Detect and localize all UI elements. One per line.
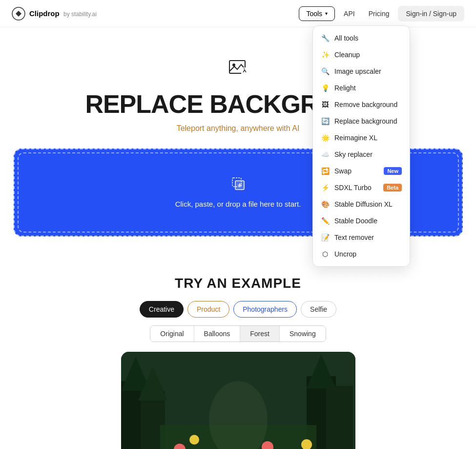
category-tabs: Creative Product Photographers Selfie [140, 301, 336, 318]
swap-icon: 🔁 [321, 167, 330, 175]
svg-point-2 [232, 64, 235, 66]
image-upscaler-label: Image upscaler [334, 67, 381, 75]
uncrop-label: Uncrop [334, 250, 356, 258]
dropdown-item-sky-replacer[interactable]: ☁️Sky replacer [313, 146, 410, 163]
dropdown-item-replace-background[interactable]: 🔄Replace background [313, 113, 410, 129]
all-tools-icon: 🔧 [321, 34, 330, 43]
tab-product[interactable]: Product [187, 301, 229, 318]
dropdown-item-uncrop[interactable]: ⬡Uncrop [313, 246, 410, 262]
cleanup-icon: ✨ [321, 50, 330, 59]
tab-photographers[interactable]: Photographers [233, 301, 297, 318]
upload-icon [231, 177, 245, 194]
replace-background-label: Replace background [334, 117, 397, 125]
api-button[interactable]: API [339, 7, 360, 21]
remove-background-label: Remove background [334, 101, 397, 108]
sky-replacer-icon: ☁️ [321, 150, 330, 159]
reimagine-xl-label: Reimagine XL [334, 134, 377, 142]
scene-balloons[interactable]: Balloons [194, 326, 241, 342]
dropdown-item-sdxl-turbo[interactable]: ⚡SDXL TurboBeta [313, 179, 410, 196]
dropdown-item-text-remover[interactable]: 📝Text remover [313, 229, 410, 246]
tools-button[interactable]: Tools ▾ [299, 6, 335, 21]
tools-label: Tools [306, 10, 322, 18]
svg-rect-16 [326, 386, 353, 449]
nav-right: Tools ▾ API Pricing Sign-in / Sign-up [299, 6, 464, 21]
uncrop-icon: ⬡ [321, 250, 330, 258]
stable-doodle-label: Stable Doodle [334, 217, 377, 225]
sdxl-turbo-icon: ⚡ [321, 183, 330, 192]
logo-area: Clipdrop by stability.ai [12, 7, 97, 21]
image-upscaler-icon: 🔍 [321, 67, 330, 76]
stable-doodle-icon: ✏️ [321, 216, 330, 225]
replace-background-icon: 🔄 [321, 117, 330, 126]
sky-replacer-label: Sky replacer [334, 150, 373, 158]
dropdown-item-remove-background[interactable]: 🖼Remove background [313, 96, 410, 113]
scene-original[interactable]: Original [150, 326, 194, 342]
dropdown-item-stable-diffusion-xl[interactable]: 🎨Stable Diffusion XL [313, 196, 410, 213]
logo-icon [12, 7, 25, 21]
dropdown-item-cleanup[interactable]: ✨Cleanup [313, 46, 410, 63]
svg-point-19 [189, 435, 199, 445]
dropdown-item-reimagine-xl[interactable]: 🌟Reimagine XL [313, 129, 410, 146]
all-tools-label: All tools [334, 34, 358, 42]
dropdown-item-image-upscaler[interactable]: 🔍Image upscaler [313, 63, 410, 80]
tools-dropdown: 🔧All tools✨Cleanup🔍Image upscaler💡Religh… [312, 25, 410, 267]
preview-image [121, 352, 355, 449]
dropdown-item-stable-doodle[interactable]: ✏️Stable Doodle [313, 213, 410, 229]
tab-selfie[interactable]: Selfie [301, 301, 336, 318]
relight-label: Relight [334, 84, 356, 92]
dropdown-item-relight[interactable]: 💡Relight [313, 80, 410, 96]
header: Clipdrop by stability.ai Tools ▾ API Pri… [0, 0, 476, 27]
swap-badge: New [384, 167, 402, 175]
upload-text: Click, paste, or drop a file here to sta… [175, 200, 301, 208]
example-title: TRY AN EXAMPLE [175, 276, 301, 291]
scene-tabs: Original Balloons Forest Snowing [150, 325, 326, 342]
dropdown-item-swap[interactable]: 🔁SwapNew [313, 163, 410, 179]
text-remover-icon: 📝 [321, 233, 330, 242]
logo-text: Clipdrop by stability.ai [29, 9, 97, 18]
remove-background-icon: 🖼 [321, 100, 330, 109]
swap-label: Swap [334, 167, 352, 175]
signin-button[interactable]: Sign-in / Sign-up [398, 6, 464, 21]
sdxl-turbo-label: SDXL Turbo [334, 184, 372, 192]
reimagine-xl-icon: 🌟 [321, 133, 330, 142]
scene-forest[interactable]: Forest [240, 326, 280, 342]
text-remover-label: Text remover [334, 234, 374, 241]
dropdown-item-all-tools[interactable]: 🔧All tools [313, 30, 410, 46]
pricing-button[interactable]: Pricing [364, 7, 394, 21]
chevron-down-icon: ▾ [325, 11, 328, 16]
scene-snowing[interactable]: Snowing [280, 326, 326, 342]
stable-diffusion-xl-icon: 🎨 [321, 200, 330, 209]
sdxl-turbo-badge: Beta [383, 184, 402, 192]
cleanup-label: Cleanup [334, 51, 360, 59]
stable-diffusion-xl-label: Stable Diffusion XL [334, 200, 393, 208]
relight-icon: 💡 [321, 84, 330, 92]
svg-rect-3 [241, 67, 248, 74]
tool-icon [228, 57, 249, 83]
page-subtitle: Teleport anything, anywhere with AI [177, 124, 300, 133]
tab-creative[interactable]: Creative [140, 301, 184, 318]
example-section: TRY AN EXAMPLE Creative Product Photogra… [0, 276, 476, 449]
